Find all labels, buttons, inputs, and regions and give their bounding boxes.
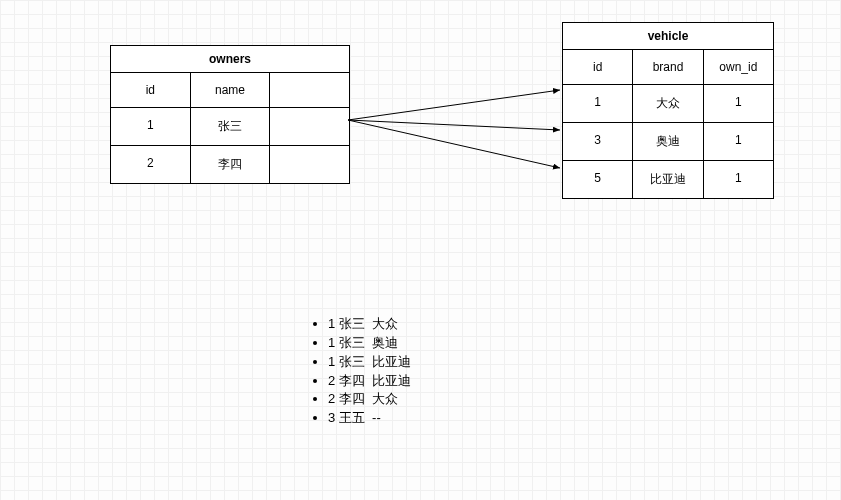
vehicle-title: vehicle [563,23,773,50]
vehicle-col-2: own_id [704,50,773,84]
diagram-canvas: owners id name 1张三2李四 vehicle id brand o… [0,0,841,500]
owners-row-1: 2李四 [111,146,349,183]
result-item-3: 2 李四 比亚迪 [328,372,411,391]
vehicle-cell-2-2: 1 [704,161,773,198]
owners-header-row: id name [111,73,349,108]
vehicle-cell-1-0: 3 [563,123,633,160]
owners-cell-1-2 [270,146,349,183]
vehicle-header-row: id brand own_id [563,50,773,85]
result-item-2: 1 张三 比亚迪 [328,353,411,372]
vehicle-row-2: 5比亚迪1 [563,161,773,198]
join-results-list: 1 张三 大众1 张三 奥迪1 张三 比亚迪2 李四 比亚迪2 李四 大众3 王… [310,315,411,428]
vehicle-cell-2-1: 比亚迪 [633,161,703,198]
vehicle-cell-0-0: 1 [563,85,633,122]
vehicle-cell-0-1: 大众 [633,85,703,122]
result-item-0: 1 张三 大众 [328,315,411,334]
vehicle-row-0: 1大众1 [563,85,773,123]
vehicle-cell-2-0: 5 [563,161,633,198]
vehicle-row-1: 3奥迪1 [563,123,773,161]
vehicle-col-1: brand [633,50,703,84]
result-item-1: 1 张三 奥迪 [328,334,411,353]
owners-entity-table: owners id name 1张三2李四 [110,45,350,184]
vehicle-col-0: id [563,50,633,84]
relationship-arrow-2 [348,120,560,168]
vehicle-cell-0-2: 1 [704,85,773,122]
vehicle-entity-table: vehicle id brand own_id 1大众13奥迪15比亚迪1 [562,22,774,199]
relationship-arrow-0 [348,90,560,120]
result-item-5: 3 王五 -- [328,409,411,428]
owners-cell-1-0: 2 [111,146,191,183]
owners-cell-0-2 [270,108,349,145]
relationship-arrow-1 [348,120,560,130]
vehicle-cell-1-2: 1 [704,123,773,160]
result-item-4: 2 李四 大众 [328,390,411,409]
owners-col-0: id [111,73,191,107]
owners-col-2 [270,73,349,107]
vehicle-cell-1-1: 奥迪 [633,123,703,160]
owners-title: owners [111,46,349,73]
owners-cell-0-1: 张三 [191,108,271,145]
owners-col-1: name [191,73,271,107]
owners-cell-0-0: 1 [111,108,191,145]
owners-row-0: 1张三 [111,108,349,146]
owners-cell-1-1: 李四 [191,146,271,183]
